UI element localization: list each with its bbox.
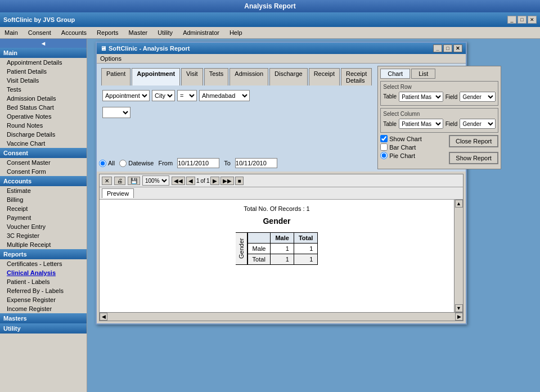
- tab-admission[interactable]: Admission: [230, 68, 268, 85]
- menu-reports[interactable]: Reports: [94, 28, 121, 37]
- dialog-icon: 🖥: [100, 45, 106, 52]
- to-date-input[interactable]: 10/11/2010: [235, 158, 277, 168]
- sidebar-item-discharge-details[interactable]: Discharge Details: [0, 130, 87, 139]
- chart-tab[interactable]: Chart: [380, 69, 410, 79]
- report-save-btn[interactable]: 💾: [128, 177, 140, 185]
- menu-administrator[interactable]: Administrator: [181, 28, 222, 37]
- select-column-field-select[interactable]: Gender: [460, 119, 496, 129]
- scroll-left-btn[interactable]: ◀: [100, 313, 107, 321]
- select-row-table-select[interactable]: Patient Mas: [399, 92, 443, 102]
- datewise-radio[interactable]: [119, 160, 127, 167]
- tab-appointment[interactable]: Appointment: [132, 68, 180, 85]
- tab-patient[interactable]: Patient: [101, 68, 130, 85]
- pie-chart-radio-label[interactable]: Pie Chart: [380, 152, 421, 159]
- filter-value-select[interactable]: Ahmedabad: [199, 90, 250, 101]
- scroll-right-btn[interactable]: ▶: [455, 313, 463, 321]
- gender-row-label: Gender: [236, 232, 248, 265]
- menu-main[interactable]: Main: [2, 28, 20, 37]
- list-tab[interactable]: List: [411, 69, 435, 79]
- dialog-title-bar: 🖥 SoftClinic - Analysis Report _ □ ✕: [97, 43, 466, 54]
- close-report-button[interactable]: Close Report: [449, 135, 498, 147]
- tab-tests[interactable]: Tests: [204, 68, 229, 85]
- menu-master[interactable]: Master: [127, 28, 150, 37]
- sidebar-item-patient-labels[interactable]: Patient - Labels: [0, 277, 87, 286]
- report-title: Gender: [105, 217, 448, 226]
- sidebar-item-receipt[interactable]: Receipt: [0, 204, 87, 213]
- sidebar-item-bed-status-chart[interactable]: Bed Status Chart: [0, 103, 87, 112]
- menu-utility[interactable]: Utility: [155, 28, 175, 37]
- maximize-button[interactable]: □: [518, 16, 526, 24]
- sidebar-item-appointment-details[interactable]: Appointment Details: [0, 58, 87, 67]
- sidebar-item-3c-register[interactable]: 3C Register: [0, 231, 87, 240]
- show-report-button[interactable]: Show Report: [449, 152, 498, 164]
- nav-next-btn[interactable]: ▶: [210, 177, 219, 185]
- sidebar-item-income-register[interactable]: Income Register: [0, 304, 87, 313]
- close-button[interactable]: ✕: [528, 16, 537, 24]
- sidebar-item-consent-form[interactable]: Consent Form: [0, 167, 87, 176]
- report-close-btn[interactable]: ✕: [102, 177, 112, 185]
- report-zoom-select[interactable]: 100%: [142, 175, 169, 186]
- scroll-up-btn[interactable]: ▲: [455, 200, 463, 208]
- dialog-close-button[interactable]: ✕: [453, 44, 462, 52]
- all-radio-label[interactable]: All: [99, 160, 115, 167]
- sidebar-item-consent-master[interactable]: Consent Master: [0, 158, 87, 167]
- preview-tab[interactable]: Preview: [102, 188, 134, 198]
- menu-help[interactable]: Help: [227, 28, 245, 37]
- sidebar-item-operative-notes[interactable]: Operative Notes: [0, 112, 87, 121]
- sidebar-item-payment[interactable]: Payment: [0, 213, 87, 222]
- dialog-menu-options[interactable]: Options: [100, 55, 122, 62]
- horizontal-scrollbar[interactable]: [107, 313, 455, 321]
- filter-field-select[interactable]: City: [152, 90, 175, 101]
- table-header-total: Total: [294, 233, 317, 244]
- tab-receipt-details[interactable]: Receipt Details: [341, 68, 372, 85]
- datewise-radio-label[interactable]: Datewise: [119, 160, 154, 167]
- sidebar-item-vaccine-chart[interactable]: Vaccine Chart: [0, 139, 87, 148]
- page-total: 1: [206, 178, 210, 184]
- sidebar-item-round-notes[interactable]: Round Notes: [0, 121, 87, 130]
- show-chart-checkbox[interactable]: [380, 135, 388, 142]
- from-date-input[interactable]: 10/11/2010: [177, 158, 219, 168]
- select-row-field-select[interactable]: Gender: [460, 92, 496, 102]
- pie-chart-radio[interactable]: [380, 152, 388, 159]
- sidebar-item-certificates-letters[interactable]: Certificates - Letters: [0, 259, 87, 268]
- nav-stop-btn[interactable]: ■: [235, 177, 243, 185]
- dialog-maximize-button[interactable]: □: [443, 44, 452, 52]
- nav-first-btn[interactable]: ◀◀: [172, 177, 185, 185]
- sidebar-item-clinical-analysis[interactable]: Clinical Analysis: [0, 268, 87, 277]
- scroll-down-btn[interactable]: ▼: [455, 304, 463, 312]
- select-column-title: Select Column: [383, 111, 496, 117]
- sidebar-item-voucher-entry[interactable]: Voucher Entry: [0, 222, 87, 231]
- menu-accounts[interactable]: Accounts: [59, 28, 89, 37]
- sidebar-item-admission-details[interactable]: Admission Details: [0, 94, 87, 103]
- show-chart-checkbox-label[interactable]: Show Chart: [380, 135, 421, 142]
- select-column-table-label: Table: [383, 121, 397, 127]
- sidebar-item-multiple-receipt[interactable]: Multiple Receipt: [0, 240, 87, 249]
- sidebar-item-referred-labels[interactable]: Referred By - Labels: [0, 286, 87, 295]
- minimize-button[interactable]: _: [507, 16, 516, 24]
- bar-chart-checkbox-label[interactable]: Bar Chart: [380, 143, 421, 151]
- tab-visit[interactable]: Visit: [181, 68, 203, 85]
- small-dropdown-select[interactable]: [102, 107, 130, 118]
- table-header-male: Male: [271, 233, 294, 244]
- nav-prev-btn[interactable]: ◀: [186, 177, 195, 185]
- sidebar-item-tests[interactable]: Tests: [0, 85, 87, 94]
- menu-consent[interactable]: Consent: [26, 28, 53, 37]
- filter-type-select[interactable]: Appointment: [102, 90, 150, 101]
- nav-last-btn[interactable]: ▶▶: [220, 177, 234, 185]
- table-row-total: Total 1 1: [248, 254, 318, 265]
- bar-chart-checkbox[interactable]: [380, 143, 388, 151]
- dialog-minimize-button[interactable]: _: [433, 44, 442, 52]
- tab-discharge[interactable]: Discharge: [269, 68, 308, 85]
- sidebar-item-expense-register[interactable]: Expense Register: [0, 295, 87, 304]
- tab-receipt[interactable]: Receipt: [309, 68, 340, 85]
- sidebar-item-visit-details[interactable]: Visit Details: [0, 76, 87, 85]
- sidebar-item-billing[interactable]: Billing: [0, 195, 87, 204]
- menu-bar: Main Consent Accounts Reports Master Uti…: [0, 27, 540, 39]
- select-column-table-select[interactable]: Patient Mas: [399, 119, 443, 129]
- sidebar-scroll-up[interactable]: ◄: [0, 39, 87, 48]
- sidebar-item-estimate[interactable]: Estimate: [0, 186, 87, 195]
- sidebar-item-patient-details[interactable]: Patient Details: [0, 67, 87, 76]
- all-radio[interactable]: [99, 160, 106, 167]
- report-print-btn[interactable]: 🖨: [114, 177, 125, 185]
- filter-operator-select[interactable]: =: [177, 90, 197, 101]
